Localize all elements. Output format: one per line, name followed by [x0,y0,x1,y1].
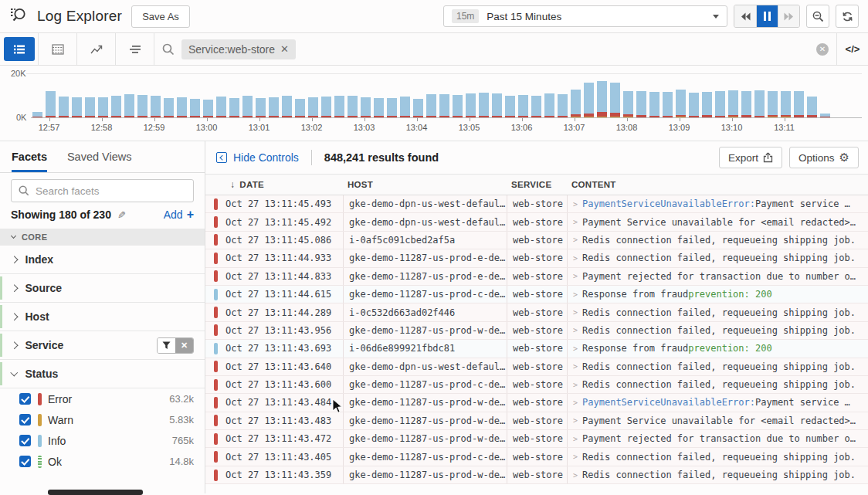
histogram-bucket[interactable] [438,94,451,117]
histogram-bucket[interactable] [727,90,740,117]
log-row[interactable]: Oct 27 13:11:45.493gke-demo-dpn-us-west-… [205,195,868,213]
expand-chevron-icon[interactable]: > [573,308,578,317]
histogram-bucket[interactable] [97,97,110,117]
column-header-content[interactable]: CONTENT [567,180,868,189]
histogram-bucket[interactable] [451,95,464,117]
expand-chevron-icon[interactable]: > [573,290,578,299]
view-toggle-table[interactable] [39,33,77,65]
histogram-bucket[interactable] [215,97,228,117]
options-button[interactable]: Options ⚙ [789,147,859,168]
expand-chevron-icon[interactable]: > [573,453,578,461]
checkbox-checked[interactable] [19,435,31,446]
log-row[interactable]: Oct 27 13:11:43.483gke-demo-11287-us-pro… [205,412,868,430]
histogram-bucket[interactable] [477,93,490,117]
log-row[interactable]: Oct 27 13:11:44.615gke-demo-11287-us-pro… [205,286,868,303]
histogram-bucket[interactable] [241,96,254,117]
histogram-bucket[interactable] [635,91,648,118]
histogram-bucket[interactable] [398,97,412,117]
histogram-bucket[interactable] [228,98,241,118]
checkbox-checked[interactable] [19,414,31,425]
histogram-bucket[interactable] [753,90,766,117]
histogram-bucket[interactable] [779,91,792,117]
view-toggle-patterns[interactable] [116,33,154,65]
histogram-bucket[interactable] [280,96,293,117]
histogram-bucket[interactable] [661,92,674,117]
histogram-bucket[interactable] [333,96,346,117]
add-facet-button[interactable]: Add + [164,208,194,222]
histogram-bucket[interactable] [83,97,97,117]
facet-host[interactable]: Host [0,303,205,331]
column-header-service[interactable]: SERVICE [507,180,567,189]
histogram-bucket[interactable] [740,91,753,117]
histogram-bucket[interactable] [609,83,622,117]
log-row[interactable]: Oct 27 13:11:45.492gke-demo-dpn-us-west-… [205,213,868,231]
status-item-ok[interactable]: Ok14.8k [0,451,205,472]
tab-facets[interactable]: Facets [12,141,47,172]
hide-controls-button[interactable]: Hide Controls [216,151,299,164]
column-header-host[interactable]: HOST [343,180,507,189]
log-row[interactable]: Oct 27 13:11:44.289i-0c532d663ad02f446we… [205,303,868,321]
histogram-bucket[interactable] [372,98,385,118]
histogram-bucket[interactable] [31,112,44,117]
log-row[interactable]: Oct 27 13:11:44.933gke-demo-11287-us-pro… [205,249,868,267]
log-row[interactable]: Oct 27 13:11:43.484gke-demo-11287-us-pro… [205,394,868,412]
histogram-bucket[interactable] [359,97,372,117]
refresh-button[interactable] [836,5,859,28]
expand-chevron-icon[interactable]: > [573,272,578,280]
histogram-bucket[interactable] [123,94,136,117]
log-row[interactable]: Oct 27 13:11:43.640gke-demo-dpn-us-west-… [205,358,868,376]
expand-chevron-icon[interactable]: > [573,344,578,353]
expand-chevron-icon[interactable]: > [573,254,578,263]
content-segment-link[interactable]: PaymentServiceUnavailableError: [582,397,755,408]
histogram-bucket[interactable] [517,95,530,117]
histogram-bucket[interactable] [819,114,832,117]
zoom-out-button[interactable] [806,5,829,28]
facet-status[interactable]: Status [0,360,205,388]
edit-facets-icon[interactable]: ✎ [117,209,126,221]
view-toggle-timeseries[interactable] [77,33,116,65]
histogram-bucket[interactable] [490,93,504,117]
checkbox-checked[interactable] [19,393,31,405]
status-item-warn[interactable]: Warn5.83k [0,409,205,430]
facet-index[interactable]: Index [0,246,205,274]
histogram-bucket[interactable] [543,93,556,117]
histogram-bucket[interactable] [385,98,398,117]
histogram-bucket[interactable] [267,97,280,117]
histogram-bucket[interactable] [188,99,202,117]
expand-chevron-icon[interactable]: > [573,471,578,480]
log-row[interactable]: Oct 27 13:11:43.956gke-demo-11287-us-pro… [205,322,868,340]
histogram-bucket[interactable] [556,94,569,117]
histogram-bucket[interactable] [346,96,359,117]
histogram-bucket[interactable] [110,96,123,117]
filter-funnel-button[interactable] [158,338,175,353]
expand-chevron-icon[interactable]: > [573,362,578,371]
expand-chevron-icon[interactable]: > [573,218,578,226]
histogram-bucket[interactable] [412,99,425,117]
histogram-bucket[interactable] [595,81,609,117]
histogram-bucket[interactable] [648,92,661,117]
sidebar-scrollbar-thumb[interactable] [48,490,143,495]
histogram-bucket[interactable] [149,96,162,117]
log-row[interactable]: Oct 27 13:11:43.405gke-demo-11287-us-pro… [205,448,868,466]
histogram-bucket[interactable] [70,97,83,117]
facet-service[interactable]: Service✕ [0,331,205,360]
histogram-bucket[interactable] [714,91,727,117]
histogram-bucket[interactable] [162,98,175,118]
view-toggle-list[interactable] [0,33,39,65]
histogram-bucket[interactable] [464,93,477,117]
export-button[interactable]: Export [719,147,782,168]
log-row[interactable]: Oct 27 13:11:45.086i-0af5c091cbed2af5awe… [205,232,868,249]
expand-chevron-icon[interactable]: > [573,398,578,407]
expand-chevron-icon[interactable]: > [573,200,578,209]
histogram-bucket[interactable] [57,97,70,117]
expand-chevron-icon[interactable]: > [573,236,578,244]
histogram-bucket[interactable] [44,91,57,117]
histogram-bucket[interactable] [792,91,805,117]
histogram-bucket[interactable] [136,95,149,117]
log-row[interactable]: Oct 27 13:11:43.600gke-demo-11287-us-pro… [205,376,868,394]
search-input[interactable]: Service:web-store ✕ ✕ [154,33,837,65]
histogram-bucket[interactable] [687,93,700,117]
histogram-bucket[interactable] [202,100,215,117]
histogram-bucket[interactable] [569,90,582,117]
pause-button[interactable] [756,5,778,27]
